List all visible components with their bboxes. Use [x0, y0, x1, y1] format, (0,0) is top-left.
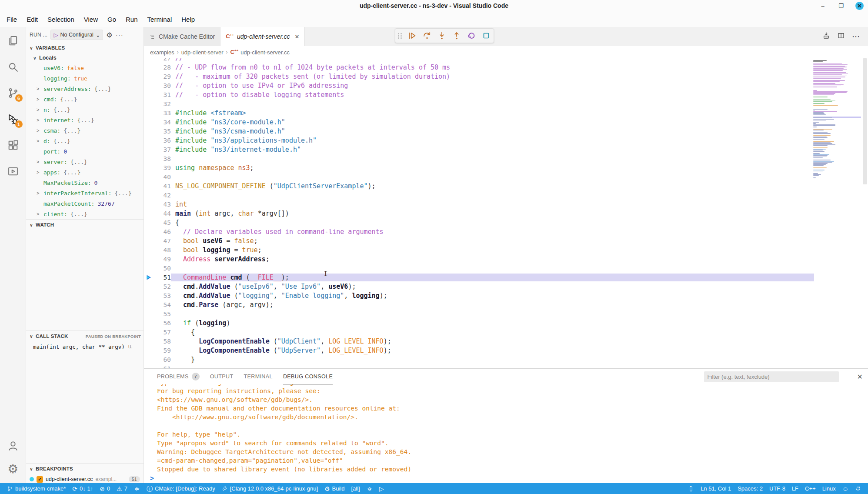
code-line-34[interactable]: 34 #include "ns3/core-module.h"	[144, 117, 868, 127]
menu-go[interactable]: Go	[103, 14, 121, 25]
code-line-52[interactable]: 52 cmd.AddValue ("useIpv6", "Use Ipv6", …	[144, 282, 868, 291]
status-cmake-status[interactable]: ⓘCMake: [Debug]: Ready	[144, 483, 218, 494]
status-git-branch[interactable]: buildsystem-cmake*	[4, 483, 68, 494]
code-line-45[interactable]: 45 {	[144, 218, 868, 227]
code-line-38[interactable]: 38	[144, 154, 868, 163]
code-line-56[interactable]: 56 if (logging)	[144, 318, 868, 327]
code-line-28[interactable]: 28 // - UDP flow from n0 to n1 of 1024 b…	[144, 63, 868, 72]
breadcrumb-item[interactable]: C++udp-client-server.cc	[230, 49, 289, 56]
status-language[interactable]: C++	[802, 483, 818, 494]
continue-button[interactable]	[407, 31, 417, 40]
console-prompt[interactable]: >	[150, 474, 868, 482]
status-encoding[interactable]: UTF-8	[767, 483, 788, 494]
code-line-31[interactable]: 31 // - option to disable logging statem…	[144, 90, 868, 99]
activity-explorer[interactable]	[4, 32, 22, 50]
more-actions-icon[interactable]: ···	[116, 31, 124, 39]
code-line-58[interactable]: 58 LogComponentEnable ("UdpClient", LOG_…	[144, 337, 868, 346]
activity-search[interactable]	[4, 58, 22, 76]
variable-row-serverAddress[interactable]: > serverAddress:{...}	[26, 83, 144, 94]
minimap[interactable]	[813, 58, 861, 189]
panel-tab-problems[interactable]: PROBLEMS7	[157, 369, 200, 384]
more-button[interactable]: ⋯	[852, 33, 860, 41]
variables-header[interactable]: ∨ VARIABLES	[26, 43, 144, 53]
code-line-60[interactable]: 60 }	[144, 355, 868, 364]
code-line-61[interactable]: 61	[144, 364, 868, 368]
variable-row-client[interactable]: > client:{...}	[26, 209, 144, 219]
variable-row-csma[interactable]: > csma:{...}	[26, 125, 144, 136]
breakpoint-checkbox[interactable]: ✓	[37, 476, 43, 483]
configure-gear-icon[interactable]: ⚙	[106, 31, 112, 39]
code-line-46[interactable]: 46 // Declare variables used in command-…	[144, 227, 868, 236]
status-sync[interactable]: ⟳0↓ 1↑	[70, 483, 96, 494]
debug-console-output[interactable]: Type "show configuration" for configurat…	[144, 384, 868, 483]
step-into-button[interactable]	[437, 31, 447, 40]
variable-row-cmd[interactable]: > cmd:{...}	[26, 94, 144, 104]
code-line-47[interactable]: 47 bool useV6 = false;	[144, 236, 868, 245]
code-line-42[interactable]: 42	[144, 190, 868, 200]
scope-locals[interactable]: ∨ Locals	[26, 53, 144, 63]
status-build[interactable]: ⚙Build	[322, 483, 347, 494]
close-panel-icon[interactable]: ✕	[857, 373, 863, 381]
activity-accounts[interactable]	[4, 437, 22, 454]
activity-extensions[interactable]	[4, 137, 22, 154]
watch-header[interactable]: ∨ WATCH	[26, 220, 144, 230]
code-line-33[interactable]: 33 #include <fstream>	[144, 108, 868, 117]
menu-selection[interactable]: Selection	[43, 14, 79, 25]
start-debug-icon[interactable]: ▷	[53, 32, 58, 38]
code-line-32[interactable]: 32	[144, 99, 868, 108]
variable-row-internet[interactable]: > internet:{...}	[26, 115, 144, 125]
code-line-37[interactable]: 37 #include "ns3/internet-module.h"	[144, 145, 868, 154]
restart-button[interactable]	[467, 31, 476, 40]
breadcrumb[interactable]: examples› udp-client-server› C++udp-clie…	[144, 46, 868, 58]
variable-row-apps[interactable]: > apps:{...}	[26, 167, 144, 177]
debug-configuration-dropdown[interactable]: ▷ No Configural ⌄	[50, 30, 103, 40]
minimize-button[interactable]: –	[819, 2, 827, 10]
code-line-51[interactable]: 51 CommandLine cmd (__FILE__);	[144, 273, 868, 282]
breadcrumb-item[interactable]: examples	[150, 49, 174, 56]
code-line-54[interactable]: 54 cmd.Parse (argc, argv);	[144, 300, 868, 309]
code-line-35[interactable]: 35 #include "ns3/csma-module.h"	[144, 127, 868, 136]
variable-row-n[interactable]: > n:{...}	[26, 104, 144, 115]
variable-row-server[interactable]: > server:{...}	[26, 157, 144, 167]
status-notifications[interactable]	[852, 483, 864, 494]
status-kit[interactable]: [Clang 12.0.0 x86_64-pc-linux-gnu]	[219, 483, 320, 494]
panel-tab-output[interactable]: OUTPUT	[210, 369, 234, 384]
status-cursor-position[interactable]: Ln 51, Col 1	[698, 483, 734, 494]
activity-settings[interactable]: ⚙	[4, 461, 22, 478]
status-debug-alt[interactable]	[131, 483, 143, 494]
close-button[interactable]: ✕	[855, 2, 864, 10]
code-line-50[interactable]: 50	[144, 264, 868, 273]
paused-breakpoint[interactable]	[144, 274, 154, 281]
menu-help[interactable]: Help	[177, 14, 200, 25]
variable-row-useV6[interactable]: useV6:false	[26, 63, 144, 73]
menu-terminal[interactable]: Terminal	[143, 14, 177, 25]
panel-tab-debug-console[interactable]: DEBUG CONSOLE	[283, 369, 333, 384]
variable-row-logging[interactable]: logging:true	[26, 73, 144, 83]
menu-view[interactable]: View	[79, 14, 103, 25]
status-indentation[interactable]: Spaces: 2	[735, 483, 765, 494]
variable-row-port[interactable]: port:0	[26, 146, 144, 157]
status-run-target[interactable]: ▷	[377, 483, 387, 494]
toolbar-drag-handle[interactable]	[398, 32, 402, 40]
code-line-29[interactable]: 29 // - maximum of 320 packets sent (or …	[144, 72, 868, 81]
status-build-target[interactable]: [all]	[348, 483, 362, 494]
panel-tab-terminal[interactable]: TERMINAL	[244, 369, 272, 384]
restore-button[interactable]: ❐	[837, 2, 845, 10]
variable-row-d[interactable]: > d:{...}	[26, 136, 144, 146]
status-errors[interactable]: ⊘0	[97, 483, 113, 494]
code-line-39[interactable]: 39 using namespace ns3;	[144, 163, 868, 172]
code-line-40[interactable]: 40	[144, 172, 868, 181]
menu-run[interactable]: Run	[121, 14, 143, 25]
close-icon[interactable]: ✕	[295, 33, 300, 40]
code-line-59[interactable]: 59 LogComponentEnable ("UdpServer", LOG_…	[144, 346, 868, 355]
editor-scrollbar[interactable]	[862, 58, 868, 368]
step-over-button[interactable]	[422, 31, 432, 40]
status-debug-target[interactable]	[364, 483, 375, 494]
code-line-49[interactable]: 49 Address serverAddress;	[144, 254, 868, 264]
status-remote[interactable]	[685, 483, 697, 494]
breakpoints-header[interactable]: ∨ BREAKPOINTS	[26, 464, 144, 474]
stack-frame[interactable]: main(int argc, char ** argv)u.	[26, 341, 144, 352]
stop-button[interactable]	[481, 31, 491, 40]
variable-row-interPacketInterval[interactable]: > interPacketInterval:{...}	[26, 188, 144, 198]
activity-run-and-debug[interactable]: 1	[4, 110, 22, 128]
